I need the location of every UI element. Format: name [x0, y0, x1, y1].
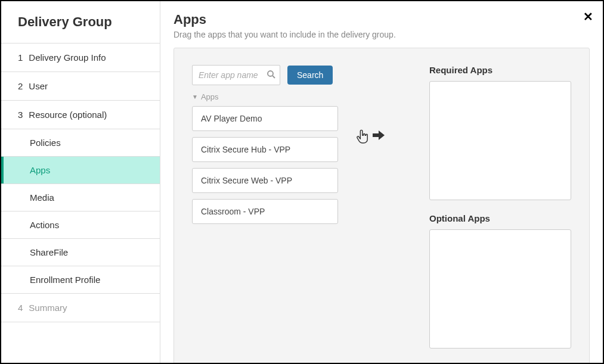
app-card[interactable]: Citrix Secure Hub - VPP	[192, 137, 338, 162]
step-num: 4	[18, 303, 23, 313]
substep-label: Media	[30, 192, 54, 203]
step-label: Delivery Group Info	[29, 52, 106, 63]
step-num: 2	[18, 81, 23, 91]
hand-pointer-icon	[356, 129, 369, 147]
app-card[interactable]: Citrix Secure Web - VPP	[192, 168, 338, 193]
nav-step-4[interactable]: 4 Summary	[1, 294, 160, 322]
page-title: Apps	[174, 12, 590, 27]
search-button[interactable]: Search	[287, 66, 333, 85]
step-label: User	[29, 81, 48, 91]
substep-label: Actions	[30, 220, 59, 230]
drop-targets-column: Required Apps Optional Apps	[429, 65, 571, 362]
required-apps-label: Required Apps	[429, 65, 571, 75]
step-num: 3	[18, 110, 23, 120]
app-card[interactable]: Classroom - VPP	[192, 199, 338, 224]
substep-label: Apps	[30, 165, 50, 175]
optional-apps-dropzone[interactable]	[429, 229, 571, 349]
close-icon[interactable]: ✕	[583, 10, 593, 24]
svg-line-1	[272, 76, 275, 78]
search-icon	[266, 69, 277, 80]
chevron-down-icon: ▼	[192, 94, 198, 100]
drag-indicator	[356, 65, 386, 362]
step-num: 1	[18, 52, 23, 63]
nav-step-3[interactable]: 3 Resource (optional)	[1, 101, 160, 129]
sidebar-item-actions[interactable]: Actions	[1, 211, 160, 239]
substep-label: Enrollment Profile	[30, 275, 100, 285]
app-card[interactable]: AV Player Demo	[192, 106, 338, 131]
required-apps-dropzone[interactable]	[429, 81, 571, 200]
apps-panel: Search ▼ Apps AV Player Demo Citrix Secu…	[174, 48, 590, 364]
sidebar-title: Delivery Group	[1, 1, 160, 43]
nav-step-1[interactable]: 1 Delivery Group Info	[1, 43, 160, 72]
apps-source-column: Search ▼ Apps AV Player Demo Citrix Secu…	[192, 65, 338, 362]
sidebar-item-media[interactable]: Media	[1, 184, 160, 211]
sidebar-item-enrollment-profile[interactable]: Enrollment Profile	[1, 266, 160, 294]
nav-step-2[interactable]: 2 User	[1, 72, 160, 101]
step-label: Resource (optional)	[29, 110, 107, 120]
main: ✕ Apps Drag the apps that you want to in…	[160, 1, 603, 363]
page-description: Drag the apps that you want to include i…	[174, 30, 590, 39]
step-label: Summary	[29, 303, 67, 313]
sidebar-item-sharefile[interactable]: ShareFile	[1, 239, 160, 266]
apps-list-header[interactable]: ▼ Apps	[192, 92, 338, 101]
substep-label: Policies	[30, 138, 61, 148]
arrow-right-icon	[371, 129, 386, 144]
search-row: Search	[192, 65, 338, 85]
sidebar-item-apps[interactable]: Apps	[1, 157, 160, 184]
apps-header-label: Apps	[201, 92, 219, 101]
sidebar-item-policies[interactable]: Policies	[1, 129, 160, 157]
optional-apps-label: Optional Apps	[429, 213, 571, 223]
svg-point-0	[268, 71, 273, 76]
substep-label: ShareFile	[30, 247, 68, 257]
sidebar: Delivery Group 1 Delivery Group Info 2 U…	[1, 1, 160, 363]
